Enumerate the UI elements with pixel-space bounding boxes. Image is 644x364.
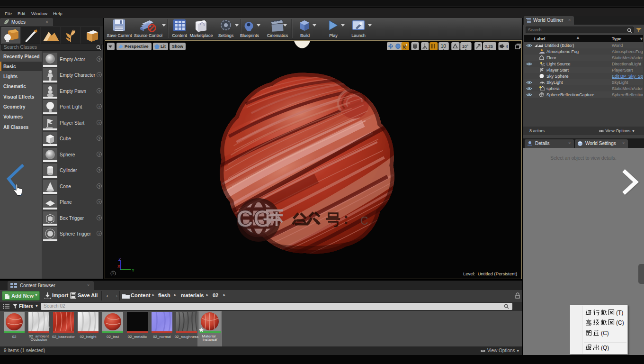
svg-text:Z: Z	[118, 257, 121, 262]
svg-text:10: 10	[441, 44, 446, 49]
svg-text:?: ?	[112, 272, 114, 275]
svg-text:X: X	[117, 264, 120, 269]
svg-text:10°: 10°	[462, 44, 469, 49]
svg-text:C: C	[360, 215, 368, 227]
svg-text:0,25: 0,25	[485, 44, 493, 49]
svg-text:4: 4	[506, 44, 508, 49]
svg-text:Y: Y	[132, 268, 134, 273]
